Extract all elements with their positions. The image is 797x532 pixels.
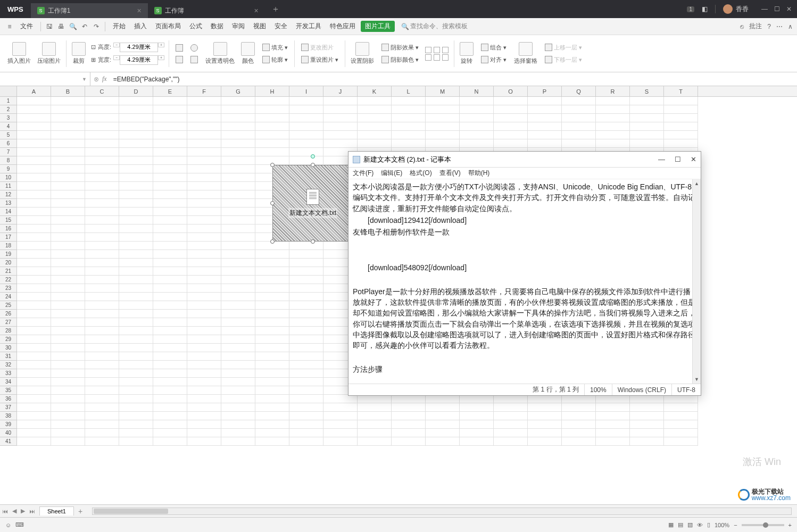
row-header[interactable]: 16 (0, 225, 16, 233)
cell[interactable] (119, 199, 153, 207)
cell[interactable] (358, 139, 392, 148)
user-area[interactable]: 香香 (723, 4, 749, 14)
crop-button[interactable]: 裁剪 (69, 35, 89, 72)
cell[interactable] (289, 105, 323, 114)
cell[interactable] (358, 122, 392, 131)
cell[interactable] (85, 182, 119, 190)
cell[interactable] (85, 335, 119, 344)
transparency-button[interactable]: 设置透明色 (202, 35, 238, 72)
horizontal-scrollbar[interactable] (92, 508, 792, 515)
split-icon[interactable]: ▯ (707, 521, 710, 528)
comment-button[interactable]: 批注 (749, 22, 762, 31)
menu-tab[interactable]: 视图 (249, 22, 270, 30)
cell[interactable] (630, 395, 664, 403)
minimize-button[interactable]: — (761, 5, 768, 13)
cell[interactable] (17, 420, 51, 429)
cell[interactable] (221, 122, 255, 131)
cell[interactable] (17, 327, 51, 335)
cell[interactable] (51, 122, 85, 131)
cell[interactable] (221, 97, 255, 105)
cell[interactable] (664, 105, 698, 114)
shadow-effect-button[interactable]: 阴影效果 ▾ (379, 43, 421, 52)
cell[interactable] (460, 139, 494, 148)
cell[interactable] (664, 437, 698, 446)
cell[interactable] (51, 369, 85, 378)
cell[interactable] (85, 412, 119, 420)
cell[interactable] (221, 318, 255, 327)
cell[interactable] (460, 395, 494, 403)
cell[interactable] (153, 139, 187, 148)
row-header[interactable]: 22 (0, 276, 16, 284)
cell[interactable] (562, 395, 596, 403)
cell[interactable] (153, 276, 187, 284)
cell[interactable] (153, 250, 187, 259)
cell[interactable] (664, 403, 698, 412)
cell[interactable] (85, 199, 119, 207)
cell[interactable] (187, 344, 221, 352)
cell[interactable] (392, 420, 426, 429)
row-header[interactable]: 23 (0, 284, 16, 293)
cell[interactable] (85, 131, 119, 139)
cell[interactable] (426, 429, 460, 437)
cell[interactable] (85, 352, 119, 361)
picture-tools-tab[interactable]: 图片工具 (361, 21, 395, 32)
resize-handle[interactable] (311, 163, 315, 167)
cell[interactable] (119, 131, 153, 139)
rotate-handle[interactable] (311, 154, 315, 159)
cell[interactable] (51, 267, 85, 276)
cell[interactable] (153, 395, 187, 403)
cell[interactable] (221, 131, 255, 139)
cell[interactable] (221, 182, 255, 190)
view-break-icon[interactable]: ▧ (687, 521, 693, 528)
cell[interactable] (187, 182, 221, 190)
cell[interactable] (255, 395, 289, 403)
save-icon[interactable]: 🖫 (44, 21, 55, 32)
close-icon[interactable]: × (254, 6, 258, 15)
combine-button[interactable]: 组合 ▾ (479, 43, 509, 52)
cell[interactable] (187, 267, 221, 276)
cell[interactable] (187, 318, 221, 327)
cell[interactable] (289, 122, 323, 131)
shadow-color-button[interactable]: 阴影颜色 ▾ (379, 55, 421, 64)
cell[interactable] (596, 403, 630, 412)
maximize-button[interactable]: ☐ (774, 5, 780, 13)
cell[interactable] (562, 97, 596, 105)
cell[interactable] (51, 437, 85, 446)
cell[interactable] (289, 97, 323, 105)
cell[interactable] (85, 97, 119, 105)
cell[interactable] (187, 122, 221, 131)
cell[interactable] (358, 131, 392, 139)
cell[interactable] (187, 412, 221, 420)
name-box[interactable]: ▼ (0, 72, 90, 86)
cell[interactable] (51, 165, 85, 173)
rotate-button[interactable]: 旋转 (456, 35, 477, 72)
cell[interactable] (596, 97, 630, 105)
cell[interactable] (51, 139, 85, 148)
cell[interactable] (85, 165, 119, 173)
cell[interactable] (187, 233, 221, 242)
cell[interactable] (17, 293, 51, 301)
cell[interactable] (630, 105, 664, 114)
cell[interactable] (323, 420, 358, 429)
cell[interactable] (255, 139, 289, 148)
cell[interactable] (255, 250, 289, 259)
cell[interactable] (221, 105, 255, 114)
column-header[interactable]: E (153, 86, 187, 96)
cell[interactable] (51, 114, 85, 122)
cell[interactable] (51, 131, 85, 139)
cell[interactable] (17, 207, 51, 216)
cell[interactable] (119, 259, 153, 267)
cell[interactable] (51, 173, 85, 182)
cell[interactable] (153, 429, 187, 437)
cell[interactable] (85, 267, 119, 276)
cell[interactable] (289, 318, 323, 327)
notepad-titlebar[interactable]: 新建文本文档 (2).txt - 记事本 — ☐ ✕ (348, 152, 701, 168)
cell[interactable] (51, 156, 85, 165)
cell[interactable] (153, 190, 187, 199)
menu-tab[interactable]: 特色应用 (326, 22, 360, 30)
print-icon[interactable]: 🖶 (56, 21, 67, 32)
row-header[interactable]: 10 (0, 173, 16, 182)
cell[interactable] (51, 233, 85, 242)
cell[interactable] (85, 207, 119, 216)
cell[interactable] (528, 114, 562, 122)
